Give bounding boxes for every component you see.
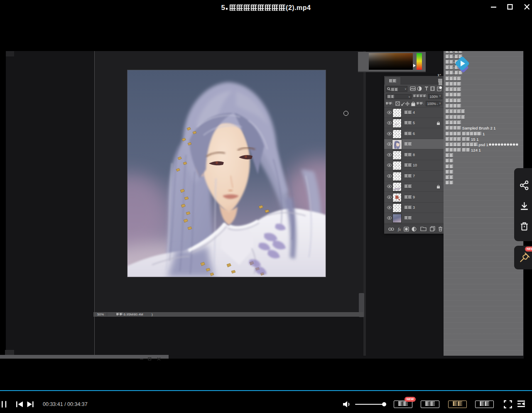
svg-text:fx: fx [398, 227, 401, 232]
